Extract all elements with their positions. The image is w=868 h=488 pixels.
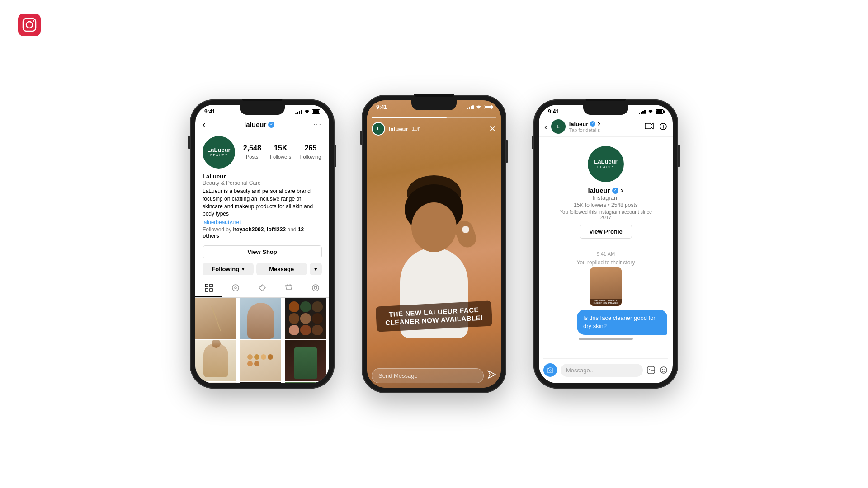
- more-options-button[interactable]: ···: [313, 121, 322, 129]
- dm-status-icons: [639, 109, 664, 114]
- sticker-icon[interactable]: [646, 366, 656, 375]
- signal-icon: [639, 109, 646, 114]
- svg-rect-6: [205, 289, 208, 291]
- chevron-right-icon-2: [620, 188, 624, 193]
- tab-tagged[interactable]: [249, 279, 275, 297]
- photo-grid: [195, 298, 329, 383]
- svg-point-20: [665, 369, 665, 370]
- emoji-icon[interactable]: [659, 366, 668, 375]
- battery-icon: [484, 105, 492, 109]
- notch-dm: [583, 105, 628, 115]
- view-profile-button[interactable]: View Profile: [580, 225, 632, 239]
- svg-point-11: [312, 285, 319, 291]
- profile-tabs: [195, 279, 329, 298]
- dm-profile-username: lalueur ✓: [588, 187, 623, 194]
- dm-message-input[interactable]: Message...: [561, 364, 643, 377]
- dm-back-button[interactable]: ‹: [544, 122, 547, 132]
- following-stat[interactable]: 265 Following: [300, 144, 321, 160]
- wifi-icon: [304, 109, 310, 114]
- wifi-icon: [476, 105, 482, 109]
- dm-since: You followed this Instagram account sinc…: [546, 209, 665, 220]
- grid-item-3[interactable]: [285, 298, 326, 339]
- dm-messages-area: Is this face cleaner good for dry skin?: [539, 310, 673, 335]
- bio-text: LaLueur is a beauty and personal care br…: [203, 188, 322, 218]
- dm-screen: 9:41: [539, 105, 673, 383]
- svg-point-10: [260, 286, 262, 287]
- tab-reels[interactable]: [222, 279, 249, 297]
- following-button[interactable]: Following ▾: [203, 263, 254, 275]
- tab-grid[interactable]: [195, 279, 222, 297]
- grid-item-2[interactable]: [240, 298, 281, 339]
- story-user-row: L lalueur 10h ✕: [372, 122, 496, 136]
- svg-point-19: [662, 369, 663, 370]
- signal-icon: [467, 105, 474, 109]
- grid-item-1[interactable]: [195, 298, 236, 339]
- signal-icon: [295, 109, 302, 114]
- notch: [240, 105, 285, 115]
- back-button[interactable]: ‹: [203, 119, 206, 130]
- grid-item-9[interactable]: [285, 382, 326, 383]
- story-progress: [372, 117, 496, 118]
- story-user-info: L lalueur 10h: [372, 122, 421, 136]
- grid-item-4[interactable]: [195, 340, 236, 381]
- grid-item-7[interactable]: [195, 382, 236, 383]
- phone-story: 9:41: [362, 95, 506, 393]
- time-display: 9:41: [204, 108, 215, 115]
- phone-profile: 9:41: [190, 99, 335, 389]
- bio-followed: Followed by heyach2002, lofti232 and 12 …: [203, 226, 322, 239]
- dm-platform: Instagram: [593, 194, 619, 201]
- action-buttons: Following ▾ Message ▾: [195, 261, 329, 279]
- dm-time: 9:41: [548, 108, 559, 115]
- grid-item-6[interactable]: [285, 340, 326, 381]
- dm-time-divider: 9:41 AM: [539, 249, 673, 258]
- svg-rect-7: [210, 289, 212, 291]
- more-button[interactable]: ▾: [310, 263, 322, 275]
- story-status-bar: 9:41: [367, 100, 501, 112]
- profile-header: LaLueur BEAUTY 2,548 Posts 15K Followers: [195, 132, 329, 172]
- info-icon[interactable]: [659, 122, 667, 131]
- tab-mentions[interactable]: [302, 279, 329, 297]
- story-message-input[interactable]: Send Message: [372, 368, 484, 383]
- verified-badge: ✓: [268, 122, 274, 128]
- story-screen: 9:41: [367, 100, 501, 388]
- battery-icon: [312, 109, 320, 114]
- svg-point-8: [232, 285, 239, 291]
- svg-point-14: [549, 370, 551, 371]
- svg-point-16: [649, 369, 650, 370]
- grid-item-5[interactable]: [240, 340, 281, 381]
- dm-input-icons: [646, 366, 668, 375]
- video-call-icon[interactable]: [645, 122, 654, 130]
- dm-avatar: LaLueur BEAUTY: [588, 146, 624, 182]
- dm-nav: ‹ L lalueur ✓ Tap for details: [539, 117, 673, 137]
- dm-story-thumbnail: THE NEW LALUEUR FACE CLEANER NOW AVAILAB…: [590, 267, 622, 306]
- dm-stats: 15K followers • 2548 posts: [574, 202, 638, 208]
- svg-rect-5: [210, 284, 212, 287]
- story-close-button[interactable]: ✕: [489, 123, 496, 134]
- view-shop-button[interactable]: View Shop: [203, 245, 322, 258]
- dm-account-info: LaLueur BEAUTY lalueur ✓ Instagram 15K f…: [539, 137, 673, 249]
- story-username: lalueur: [389, 126, 408, 132]
- dm-nav-right: [645, 122, 667, 131]
- profile-username-header: lalueur ✓: [244, 121, 274, 128]
- phone-dm: 9:41: [533, 99, 678, 389]
- tab-shop[interactable]: [276, 279, 302, 297]
- dm-profile-verified: ✓: [612, 188, 618, 194]
- grid-item-8[interactable]: [240, 382, 281, 383]
- home-indicator-dm: [539, 335, 673, 343]
- bio-category: Beauty & Personal Care: [203, 180, 322, 186]
- message-button[interactable]: Message: [256, 263, 307, 275]
- status-icons: [295, 109, 320, 114]
- battery-icon: [656, 109, 664, 114]
- phones-row: 9:41: [190, 95, 678, 393]
- svg-rect-12: [645, 123, 651, 129]
- dm-story-reply-label: You replied to their story: [539, 259, 673, 266]
- bio-link[interactable]: laluerbeauty.net: [203, 219, 322, 225]
- svg-rect-4: [205, 284, 208, 287]
- svg-rect-0: [18, 14, 41, 36]
- send-icon[interactable]: [487, 370, 496, 381]
- svg-point-17: [651, 370, 651, 371]
- dm-camera-button[interactable]: [543, 363, 557, 377]
- story-time: 9:41: [376, 104, 387, 110]
- svg-point-3: [33, 20, 34, 22]
- profile-nav: ‹ lalueur ✓ ···: [195, 117, 329, 132]
